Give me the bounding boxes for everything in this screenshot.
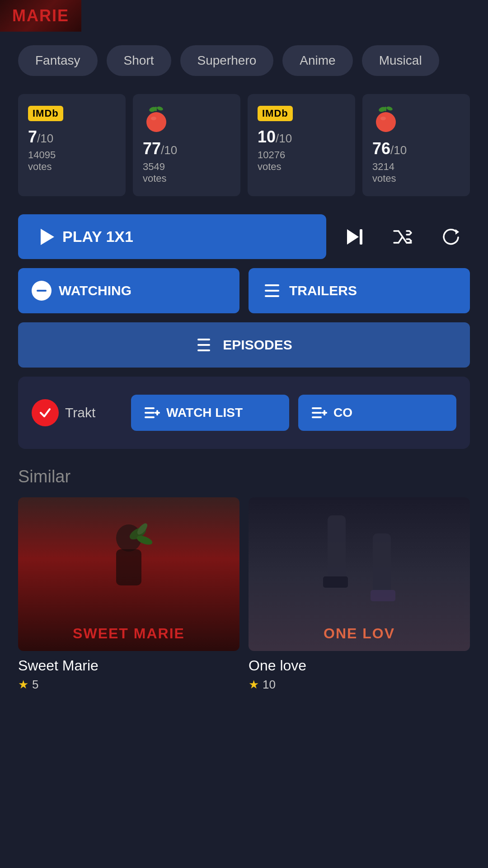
top-image: MARIE	[0, 0, 81, 32]
play-icon	[41, 229, 54, 245]
trakt-watchlist-button[interactable]: WATCH LIST	[131, 395, 289, 431]
list-lines-icon	[262, 281, 282, 301]
svg-rect-20	[145, 407, 155, 409]
episodes-list-icon	[196, 335, 216, 355]
rating-score-4: 76/10	[372, 139, 407, 158]
similar-name-one-love: One love	[249, 657, 470, 674]
genre-chip-short[interactable]: Short	[107, 45, 171, 76]
trailers-button[interactable]: TRAILERS	[249, 268, 470, 313]
svg-rect-24	[155, 412, 160, 414]
rating-votes-4: 3214votes	[372, 161, 396, 184]
imdb-badge-1: IMDb	[28, 106, 63, 121]
rating-votes-3: 10276votes	[258, 149, 285, 173]
rating-card-3: IMDb 10/10 10276votes	[248, 94, 355, 196]
trakt-watchlist-label: WATCH LIST	[166, 406, 243, 420]
play-button-row: PLAY 1X1	[0, 210, 488, 268]
rating-card-4: 76/10 3214votes	[362, 94, 470, 196]
trakt-section: Trakt WATCH LIST CO	[18, 377, 470, 449]
similar-card-sweet-marie[interactable]: SWEET MARIE Sweet Marie ★ 5	[18, 497, 239, 692]
svg-point-19	[37, 405, 53, 421]
rating-score-1: 7/10	[28, 127, 53, 146]
trakt-collection-button[interactable]: CO	[298, 395, 456, 431]
watching-button[interactable]: WATCHING	[18, 268, 239, 313]
svg-rect-31	[116, 549, 141, 585]
svg-rect-15	[265, 295, 279, 297]
similar-thumb-one-love: ONE LOV	[249, 497, 470, 651]
trakt-collection-label: CO	[333, 406, 352, 420]
tomato-icon-2	[372, 106, 399, 133]
svg-rect-37	[323, 576, 348, 588]
svg-rect-36	[373, 533, 391, 597]
similar-name-sweet-marie: Sweet Marie	[18, 657, 239, 674]
similar-section: Similar	[0, 462, 488, 710]
similar-grid: SWEET MARIE Sweet Marie ★ 5	[18, 497, 470, 692]
rating-card-1: IMDb 7/10 14095votes	[18, 94, 126, 196]
genre-chips-container: Fantasy Short Superhero Anime Musical	[0, 32, 488, 90]
similar-thumb-bg-sweet-marie: SWEET MARIE	[18, 497, 239, 651]
episodes-label: EPISODES	[223, 337, 292, 353]
replay-button[interactable]	[431, 221, 470, 253]
svg-rect-11	[360, 229, 362, 245]
add-list-icon-1	[144, 405, 160, 421]
skip-next-icon	[343, 226, 366, 248]
similar-rating-sweet-marie: ★ 5	[18, 678, 239, 692]
rating-score-3: 10/10	[258, 127, 292, 146]
trakt-label: Trakt	[65, 405, 95, 420]
svg-point-7	[386, 106, 393, 111]
imdb-text-1: IMDb	[33, 108, 59, 119]
trailers-label: TRAILERS	[289, 283, 357, 298]
svg-rect-38	[371, 590, 395, 601]
play-label: PLAY 1X1	[62, 228, 133, 245]
replay-icon	[439, 226, 462, 248]
similar-title: Similar	[18, 467, 470, 486]
svg-rect-17	[197, 344, 210, 346]
rating-card-2: 77/10 3549votes	[133, 94, 240, 196]
skip-next-button[interactable]	[335, 221, 374, 253]
play-button[interactable]: PLAY 1X1	[18, 214, 326, 259]
add-list-icon-2	[311, 405, 327, 421]
star-icon-2: ★	[249, 678, 259, 692]
svg-rect-13	[265, 284, 279, 286]
rating-votes-1: 14095votes	[28, 149, 56, 173]
similar-thumb-bg-one-love: ONE LOV	[249, 497, 470, 651]
svg-rect-29	[322, 412, 327, 414]
star-icon-1: ★	[18, 678, 28, 692]
svg-rect-22	[145, 416, 155, 418]
trakt-logo: Trakt	[32, 399, 122, 426]
genre-chip-musical[interactable]: Musical	[362, 45, 439, 76]
one-love-thumb-text: ONE LOV	[324, 625, 395, 642]
tomato-icon-1	[143, 106, 170, 133]
genre-chip-anime[interactable]: Anime	[282, 45, 352, 76]
sweet-marie-thumb-text: SWEET MARIE	[73, 625, 185, 642]
trakt-icon	[32, 399, 59, 426]
imdb-badge-2: IMDb	[258, 106, 293, 121]
svg-point-8	[376, 112, 396, 132]
similar-thumb-sweet-marie: SWEET MARIE	[18, 497, 239, 651]
genre-chip-superhero[interactable]: Superhero	[180, 45, 274, 76]
similar-rating-one-love: ★ 10	[249, 678, 470, 692]
shuffle-button[interactable]	[383, 221, 422, 253]
rating-score-2: 77/10	[143, 139, 177, 158]
svg-rect-35	[328, 515, 346, 583]
watching-label: WATCHING	[59, 283, 131, 298]
svg-point-3	[146, 112, 166, 132]
svg-rect-26	[312, 412, 322, 414]
svg-rect-21	[145, 412, 155, 414]
svg-point-4	[151, 117, 156, 120]
svg-marker-10	[347, 229, 359, 245]
svg-point-9	[380, 117, 386, 120]
episodes-button[interactable]: EPISODES	[18, 322, 470, 368]
shuffle-icon	[391, 226, 414, 248]
similar-card-one-love[interactable]: ONE LOV One love ★ 10	[249, 497, 470, 692]
rating-votes-2: 3549votes	[143, 161, 167, 184]
svg-rect-16	[197, 339, 210, 340]
top-image-title: MARIE	[12, 6, 69, 25]
svg-rect-25	[312, 407, 322, 409]
svg-rect-18	[197, 349, 210, 351]
svg-rect-14	[265, 290, 279, 292]
ratings-row: IMDb 7/10 14095votes 77/10 3549votes IMD…	[0, 90, 488, 210]
imdb-text-2: IMDb	[262, 108, 288, 119]
genre-chip-fantasy[interactable]: Fantasy	[18, 45, 98, 76]
svg-marker-12	[455, 229, 459, 235]
svg-point-2	[156, 106, 164, 111]
